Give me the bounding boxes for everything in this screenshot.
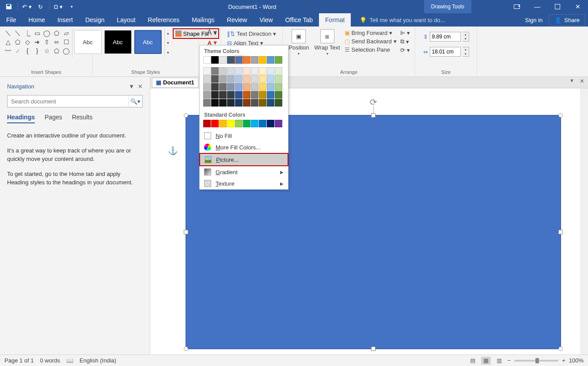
color-swatch[interactable] [251,99,258,107]
tell-me-search[interactable]: 💡 Tell me what you want to do... [351,17,519,23]
color-swatch[interactable] [259,75,266,83]
page-indicator[interactable]: Page 1 of 1 [4,357,34,364]
redo-icon[interactable]: ↻ [35,1,46,12]
color-swatch[interactable] [235,99,243,107]
wrap-text-button[interactable]: ≣ Wrap Text▾ [312,28,343,57]
color-swatch[interactable] [227,99,235,107]
color-swatch[interactable] [251,120,258,127]
color-swatch[interactable] [211,56,219,64]
color-swatch[interactable] [251,67,258,75]
qat-customize-icon[interactable]: ▾ [66,1,77,12]
height-down[interactable]: ▾ [463,37,469,41]
resize-handle-w[interactable] [184,230,188,234]
color-swatch[interactable] [243,75,250,83]
resize-handle-s[interactable] [371,347,376,351]
color-swatch[interactable] [243,120,250,127]
signin-link[interactable]: Sign in [519,17,549,23]
nav-dropdown-icon[interactable]: ▼ [129,83,134,90]
width-control[interactable]: ⇔ ▴▾ [422,46,470,57]
text-fill-icon[interactable]: A ▾ [207,28,218,37]
rotate-button[interactable]: ⟳▾ [399,46,411,54]
search-icon[interactable]: 🔍▾ [128,95,142,107]
position-button[interactable]: ▣ Position▾ [286,28,311,57]
color-swatch[interactable] [235,120,243,127]
search-input[interactable] [8,98,128,105]
color-swatch[interactable] [251,75,258,83]
maximize-icon[interactable] [547,0,568,13]
width-input[interactable] [430,47,461,57]
color-swatch[interactable] [259,83,266,91]
tab-format[interactable]: Format [319,13,351,27]
width-up[interactable]: ▴ [463,47,469,52]
color-swatch[interactable] [267,67,274,75]
print-layout-icon[interactable]: ▦ [481,357,491,365]
color-swatch[interactable] [211,67,219,75]
zoom-out-icon[interactable]: − [508,357,511,364]
color-swatch[interactable] [219,75,227,83]
color-swatch[interactable] [219,120,227,127]
color-swatch[interactable] [219,67,227,75]
color-swatch[interactable] [227,75,235,83]
text-direction-button[interactable]: ‖⇅Text Direction ▾ [226,30,277,38]
ribbon-display-icon[interactable]: ▴ [507,0,527,13]
tab-review[interactable]: Review [221,13,254,27]
color-swatch[interactable] [259,91,266,99]
color-swatch[interactable] [203,91,211,99]
tab-file[interactable]: File [0,13,23,27]
color-swatch[interactable] [275,83,282,91]
doc-tab-close-icon[interactable]: ✕ [578,78,586,84]
color-swatch[interactable] [227,120,235,127]
send-backward-button[interactable]: ▢Send Backward ▾ [344,38,398,45]
minimize-icon[interactable]: — [527,0,547,13]
height-up[interactable]: ▴ [463,32,469,37]
read-mode-icon[interactable]: ▤ [468,357,478,365]
spellcheck-icon[interactable]: 📖 [66,357,73,364]
color-swatch[interactable] [211,120,219,127]
color-swatch[interactable] [267,120,274,127]
bring-forward-button[interactable]: ▣Bring Forward ▾ [344,29,398,37]
no-fill-item[interactable]: No Fill [200,130,288,141]
color-swatch[interactable] [227,91,235,99]
width-down[interactable]: ▾ [463,52,469,56]
picture-item[interactable]: ● Picture... [199,153,288,166]
web-layout-icon[interactable]: ▥ [494,357,504,365]
color-swatch[interactable] [227,67,235,75]
color-swatch[interactable] [227,83,235,91]
color-swatch[interactable] [211,99,219,107]
color-swatch[interactable] [243,91,250,99]
color-swatch[interactable] [219,99,227,107]
color-swatch[interactable] [267,91,274,99]
tab-mailings[interactable]: Mailings [186,13,220,27]
undo-icon[interactable]: ↶ ▾ [22,1,32,12]
color-swatch[interactable] [267,75,274,83]
resize-handle-se[interactable] [558,347,563,351]
color-swatch[interactable] [219,91,227,99]
zoom-in-icon[interactable]: + [562,357,565,364]
tab-design[interactable]: Design [79,13,111,27]
color-swatch[interactable] [259,56,266,64]
color-swatch[interactable] [203,99,211,107]
color-swatch[interactable] [275,120,282,127]
color-swatch[interactable] [275,99,282,107]
color-swatch[interactable] [219,56,227,64]
gradient-item[interactable]: Gradient ▶ [200,166,288,178]
color-swatch[interactable] [211,83,219,91]
color-swatch[interactable] [211,75,219,83]
color-swatch[interactable] [203,75,211,83]
color-swatch[interactable] [251,91,258,99]
tab-insert[interactable]: Insert [51,13,79,27]
resize-handle-sw[interactable] [184,347,188,351]
tab-references[interactable]: References [142,13,186,27]
color-swatch[interactable] [243,67,250,75]
zoom-slider[interactable] [514,360,558,362]
color-swatch[interactable] [267,56,274,64]
resize-handle-e[interactable] [558,230,563,234]
save-icon[interactable] [4,1,14,12]
color-swatch[interactable] [275,67,282,75]
nav-tab-pages[interactable]: Pages [45,114,62,123]
resize-handle-ne[interactable] [558,113,563,118]
nav-close-icon[interactable]: ✕ [138,83,143,90]
color-swatch[interactable] [259,120,266,127]
color-swatch[interactable] [243,83,250,91]
color-swatch[interactable] [203,83,211,91]
